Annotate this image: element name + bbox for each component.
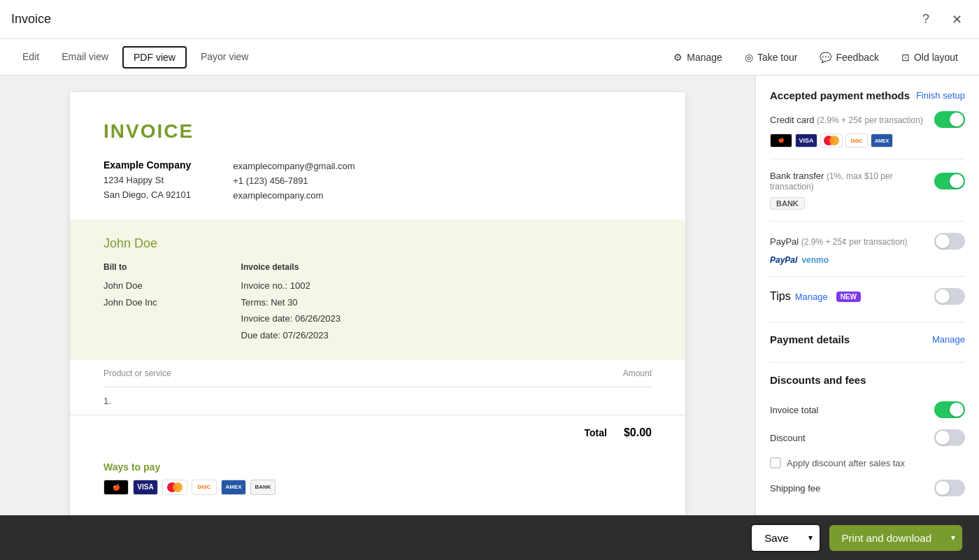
title-bar: Invoice ? ✕ — [0, 0, 979, 39]
total-row: Total $0.00 — [70, 415, 685, 450]
amex-card-icon: AMEX — [871, 134, 893, 148]
total-label: Total — [585, 427, 607, 438]
help-icon: ? — [922, 12, 929, 27]
apple-pay-icon: 🍎 — [103, 480, 129, 495]
invoice-total-toggle[interactable] — [934, 401, 965, 418]
gear-icon: ⚙ — [673, 52, 683, 63]
invoice-total-label: Invoice total — [770, 405, 818, 415]
amount-header: Amount — [623, 368, 652, 378]
footer: Save ▾ Print and download ▾ — [0, 515, 979, 560]
take-tour-button[interactable]: ◎ Take tour — [735, 46, 808, 69]
toggle-knob — [950, 174, 964, 188]
manage-button[interactable]: ⚙ Manage — [664, 46, 732, 69]
divider-3 — [770, 276, 965, 277]
invoice-total-row: Invoice total — [770, 396, 965, 424]
tabs-container: Edit Email view PDF view Payor view — [11, 39, 259, 75]
bank-icon: BANK — [250, 480, 276, 495]
bank-transfer-row: Bank transfer (1%, max $10 per transacti… — [770, 171, 965, 210]
payment-details-title: Payment details — [770, 333, 850, 345]
save-dropdown-button[interactable]: ▾ — [801, 526, 820, 550]
payment-details-header: Payment details Manage — [770, 333, 965, 345]
invoice-area: INVOICE Example Company 1234 Happy St Sa… — [0, 76, 755, 515]
credit-card-toggle[interactable] — [934, 111, 965, 128]
payment-icons-row: 🍎 VISA DISC AMEX BANK — [103, 480, 652, 495]
close-button[interactable]: ✕ — [945, 8, 968, 31]
invoice-date: Invoice date: 06/26/2023 — [241, 310, 341, 326]
divider-2 — [770, 221, 965, 222]
bank-icons: BANK — [770, 197, 965, 210]
discounts-header: Discounts and fees — [770, 374, 965, 386]
tab-pdf-view[interactable]: PDF view — [122, 46, 187, 69]
toggle-knob — [936, 234, 950, 248]
tab-email-view[interactable]: Email view — [50, 39, 120, 75]
toggle-knob — [936, 289, 950, 303]
shipping-fee-label: Shipping fee — [770, 483, 820, 494]
invoice-due-date: Due date: 07/26/2023 — [241, 327, 341, 343]
tab-payor-view[interactable]: Payor view — [190, 39, 259, 75]
invoice-details-section: Invoice details Invoice no.: 1002 Terms:… — [241, 262, 341, 343]
ways-to-pay-label: Ways to pay — [103, 461, 652, 473]
shipping-fee-toggle[interactable] — [934, 480, 965, 496]
paypal-header: PayPal (2.9% + 25¢ per transaction) — [770, 233, 965, 250]
invoice-header: INVOICE Example Company 1234 Happy St Sa… — [70, 92, 685, 220]
paypal-toggle[interactable] — [934, 233, 965, 250]
client-name: John Doe — [103, 236, 652, 251]
feedback-button[interactable]: 💬 Feedback — [810, 46, 888, 69]
layout-icon: ⊡ — [901, 52, 910, 63]
total-amount: $0.00 — [624, 426, 652, 439]
payment-details-manage-link[interactable]: Manage — [932, 334, 965, 345]
company-address1: 1234 Happy St — [103, 173, 191, 188]
bill-details-row: Bill to John Doe John Doe Inc Invoice de… — [103, 262, 652, 343]
visa-card-icon: VISA — [795, 134, 817, 148]
accepted-payments-section: Accepted payment methods Finish setup Cr… — [770, 89, 965, 305]
toggle-knob — [950, 403, 964, 417]
bill-to-line2: John Doe Inc — [103, 294, 157, 310]
tab-edit[interactable]: Edit — [11, 39, 50, 75]
invoice-bill-section: John Doe Bill to John Doe John Doe Inc I… — [70, 220, 685, 360]
tips-label: Tips — [770, 290, 791, 303]
tips-label-row: Tips Manage NEW — [770, 290, 861, 303]
invoice-paper: INVOICE Example Company 1234 Happy St Sa… — [70, 92, 685, 515]
visa-icon: VISA — [133, 480, 158, 495]
toggle-knob — [936, 431, 950, 445]
company-website: examplecompany.com — [233, 189, 355, 203]
tour-icon: ◎ — [745, 52, 753, 63]
apply-discount-checkbox[interactable] — [770, 457, 781, 468]
title-bar-left: Invoice — [11, 12, 51, 27]
divider-5 — [770, 362, 965, 363]
finish-setup-link[interactable]: Finish setup — [916, 90, 965, 101]
bill-to-line1: John Doe — [103, 278, 157, 294]
help-button[interactable]: ? — [915, 8, 937, 31]
title-bar-right: ? ✕ — [915, 8, 968, 31]
amex-icon: AMEX — [221, 480, 246, 495]
tips-toggle[interactable] — [934, 288, 965, 305]
right-panel: Accepted payment methods Finish setup Cr… — [755, 76, 979, 515]
print-dropdown-button[interactable]: ▾ — [944, 526, 962, 550]
feedback-icon: 💬 — [820, 52, 831, 63]
bank-transfer-header: Bank transfer (1%, max $10 per transacti… — [770, 171, 965, 192]
line-item-number: 1. — [103, 396, 111, 406]
mastercard-card-icon — [820, 134, 843, 148]
tips-header: Tips Manage NEW — [770, 288, 965, 305]
company-phone: +1 (123) 456-7891 — [233, 174, 355, 189]
toggle-knob — [936, 481, 950, 495]
apple-pay-card-icon: 🍎 — [770, 134, 792, 148]
chevron-down-icon: ▾ — [808, 533, 813, 543]
bill-to-label: Bill to — [103, 262, 157, 272]
paypal-badges: PayPal venmo — [770, 255, 965, 265]
accepted-payments-title: Accepted payment methods — [770, 89, 910, 101]
mastercard-icon — [162, 480, 187, 495]
old-layout-button[interactable]: ⊡ Old layout — [892, 46, 968, 69]
bank-transfer-toggle[interactable] — [934, 173, 965, 189]
discount-toggle[interactable] — [934, 429, 965, 446]
company-email: examplecompany@gmail.com — [233, 159, 355, 174]
new-badge: NEW — [836, 292, 861, 302]
discounts-section: Discounts and fees Invoice total Discoun… — [770, 374, 965, 502]
save-button[interactable]: Save — [752, 525, 801, 551]
print-button[interactable]: Print and download — [829, 525, 944, 551]
ways-to-pay: Ways to pay 🍎 VISA DISC AMEX BANK — [70, 450, 685, 506]
line-items-header: Product or service Amount — [103, 360, 652, 387]
invoice-title: INVOICE — [103, 120, 652, 143]
tips-manage-link[interactable]: Manage — [795, 292, 828, 302]
bank-badge: BANK — [770, 197, 805, 210]
